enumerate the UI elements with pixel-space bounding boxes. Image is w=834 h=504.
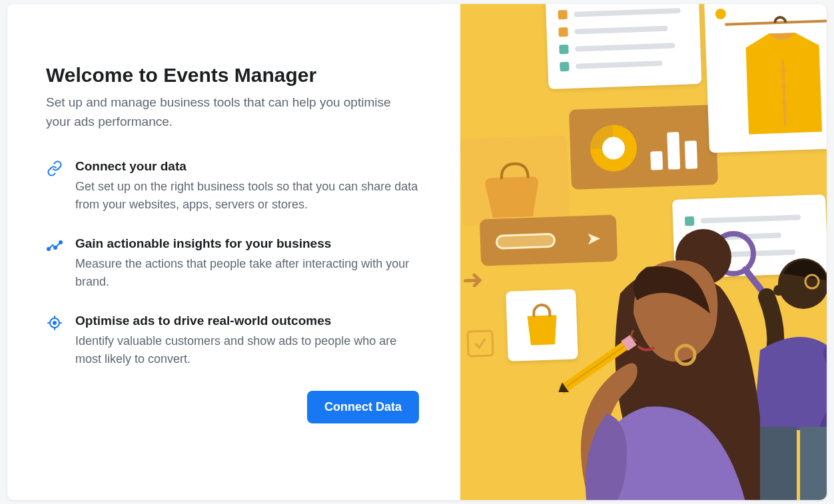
feature-desc: Measure the actions that people take aft… xyxy=(75,255,419,291)
feature-optimise: Optimise ads to drive real-world outcome… xyxy=(46,314,419,368)
feature-title: Optimise ads to drive real-world outcome… xyxy=(75,314,419,328)
svg-rect-19 xyxy=(800,427,827,500)
svg-rect-18 xyxy=(760,427,797,500)
feature-text: Gain actionable insights for your busine… xyxy=(75,236,419,291)
feature-title: Connect your data xyxy=(75,159,419,174)
bar-chart-icon xyxy=(649,122,697,170)
page-title: Welcome to Events Manager xyxy=(46,64,427,87)
feature-desc: Get set up on the right business tools s… xyxy=(75,178,419,214)
feature-title: Gain actionable insights for your busine… xyxy=(75,236,419,251)
illustration-list-panel xyxy=(546,4,702,89)
illustration-product-panel xyxy=(704,4,827,153)
donut-chart-icon xyxy=(590,124,637,172)
feature-insights: Gain actionable insights for your busine… xyxy=(46,236,419,291)
link-icon xyxy=(46,159,63,214)
illustration-chart-panel xyxy=(569,105,718,190)
feature-desc: Identify valuable customers and show ads… xyxy=(75,332,419,368)
actions-row: Connect Data xyxy=(46,391,419,423)
welcome-card: Welcome to Events Manager Set up and man… xyxy=(7,4,827,500)
insights-icon xyxy=(46,236,63,291)
feature-connect-data: Connect your data Get set up on the righ… xyxy=(46,159,419,214)
illustration-checkbox xyxy=(466,330,494,357)
svg-point-1 xyxy=(54,246,57,249)
arrow-icon xyxy=(463,266,490,287)
feature-text: Optimise ads to drive real-world outcome… xyxy=(75,314,419,368)
feature-text: Connect your data Get set up on the righ… xyxy=(75,159,419,214)
target-icon xyxy=(46,314,63,368)
svg-point-4 xyxy=(53,322,56,324)
illustration-person-designer xyxy=(547,214,747,500)
page-subtitle: Set up and manage business tools that ca… xyxy=(46,93,392,131)
svg-point-2 xyxy=(59,241,62,244)
connect-data-button[interactable]: Connect Data xyxy=(307,391,419,423)
content-pane: Welcome to Events Manager Set up and man… xyxy=(7,4,460,500)
svg-point-0 xyxy=(47,248,50,250)
illustration-handbag-card xyxy=(460,135,570,226)
illustration-pane xyxy=(460,4,827,500)
